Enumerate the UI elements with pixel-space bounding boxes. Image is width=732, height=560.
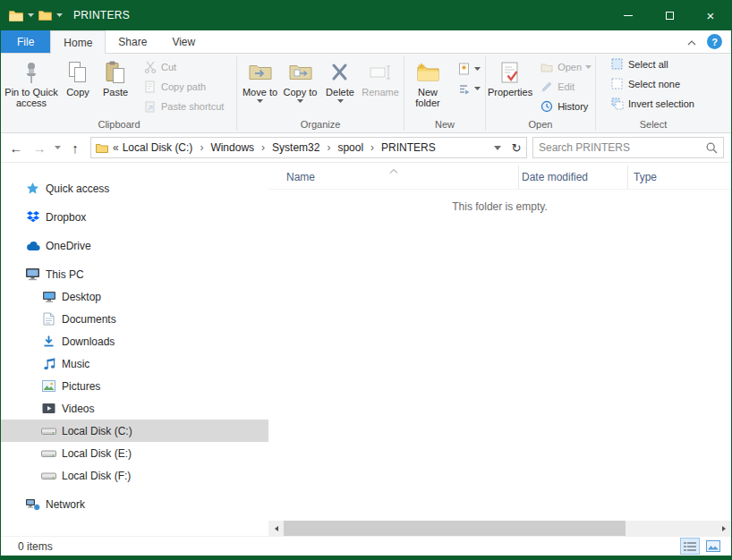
copy-to-button[interactable]: Copy to xyxy=(280,55,320,103)
breadcrumb-printers[interactable]: PRINTERS xyxy=(374,141,443,154)
sidebar-item-network[interactable]: Network xyxy=(1,493,268,515)
search-icon[interactable] xyxy=(701,142,723,154)
scrollbar-track[interactable] xyxy=(284,521,716,536)
pin-to-quick-access-button[interactable]: Pin to Quick access xyxy=(2,55,61,108)
titlebar: PRINTERS × xyxy=(1,0,731,30)
breadcrumb-system32[interactable]: System32 xyxy=(265,141,327,154)
copy-to-icon xyxy=(289,58,312,87)
sidebar-item-local-disk-f[interactable]: Local Disk (F:) xyxy=(1,464,268,487)
minimize-ribbon-icon[interactable] xyxy=(687,36,696,48)
select-none-label: Select none xyxy=(628,79,680,89)
tab-home[interactable]: Home xyxy=(50,30,106,54)
edit-button[interactable]: Edit xyxy=(536,77,595,97)
delete-button[interactable]: Delete xyxy=(320,55,360,103)
column-headers: Name Date modified Type xyxy=(268,165,731,190)
breadcrumb-windows[interactable]: Windows xyxy=(203,141,261,154)
forward-button[interactable]: → xyxy=(28,137,51,158)
easy-access-dropdown-icon xyxy=(474,87,481,90)
new-folder-button[interactable]: New folder xyxy=(406,55,449,108)
sidebar-item-local-disk-c[interactable]: Local Disk (C:) xyxy=(1,420,268,442)
download-arrow-icon xyxy=(41,335,56,349)
close-button[interactable]: × xyxy=(690,0,731,30)
column-header-date-modified[interactable]: Date modified xyxy=(519,165,628,189)
move-to-button[interactable]: Move to xyxy=(240,55,280,103)
large-icons-view-button[interactable] xyxy=(704,539,722,554)
sidebar-item-label: Music xyxy=(62,358,89,370)
sidebar-item-quick-access[interactable]: Quick access xyxy=(1,177,268,199)
sidebar-item-label: Local Disk (F:) xyxy=(62,470,131,482)
paste-button[interactable]: Paste xyxy=(95,55,136,98)
qat-dropdown-icon[interactable] xyxy=(28,13,34,17)
file-list-area: Name Date modified Type This folder is e… xyxy=(268,163,731,536)
sidebar-item-desktop[interactable]: Desktop xyxy=(1,285,268,308)
tab-view[interactable]: View xyxy=(159,30,208,53)
paste-shortcut-button[interactable]: Paste shortcut xyxy=(140,97,227,116)
scrollbar-thumb[interactable] xyxy=(284,521,626,536)
rename-label: Rename xyxy=(362,87,399,98)
address-bar[interactable]: « Local Disk (C:) › Windows › System32 ›… xyxy=(90,137,527,158)
item-count: 0 items xyxy=(18,540,53,553)
large-icons-view-icon xyxy=(706,540,720,552)
sidebar-item-music[interactable]: Music xyxy=(1,352,268,375)
breadcrumb-spool[interactable]: spool xyxy=(330,141,370,154)
breadcrumb-local-disk-c[interactable]: Local Disk (C:) xyxy=(119,141,200,154)
search-input[interactable] xyxy=(533,141,701,154)
recent-locations-button[interactable] xyxy=(51,137,64,158)
dropbox-icon xyxy=(25,210,40,225)
address-dropdown-button[interactable] xyxy=(489,138,506,157)
copy-label: Copy xyxy=(66,87,89,98)
refresh-button[interactable]: ↻ xyxy=(506,138,526,157)
column-header-type[interactable]: Type xyxy=(628,165,718,189)
breadcrumb-overflow[interactable]: « xyxy=(111,141,119,154)
help-icon[interactable]: ? xyxy=(707,34,722,49)
copy-path-button[interactable]: Copy path xyxy=(140,77,227,97)
sidebar-item-local-disk-e[interactable]: Local Disk (E:) xyxy=(1,442,268,464)
back-button[interactable]: ← xyxy=(4,137,28,158)
scroll-left-button[interactable] xyxy=(268,521,284,536)
pin-to-quick-access-label: Pin to Quick access xyxy=(2,87,61,108)
history-button[interactable]: History xyxy=(536,97,595,116)
select-none-button[interactable]: Select none xyxy=(607,74,684,94)
sidebar-item-dropbox[interactable]: Dropbox xyxy=(1,206,268,228)
delete-label: Delete xyxy=(326,87,354,98)
minimize-button[interactable] xyxy=(608,0,649,30)
sidebar-item-this-pc[interactable]: This PC xyxy=(1,263,268,285)
details-view-button[interactable] xyxy=(681,539,699,554)
sidebar-item-videos[interactable]: Videos xyxy=(1,397,268,420)
caption-buttons: × xyxy=(608,0,731,30)
tab-share[interactable]: Share xyxy=(106,30,159,53)
history-label: History xyxy=(558,101,588,112)
ribbon-group-select: Select all Select none Invert selection … xyxy=(596,55,711,132)
qat-folder-icon[interactable] xyxy=(38,10,52,21)
new-item-icon xyxy=(456,62,471,76)
sidebar-item-pictures[interactable]: Pictures xyxy=(1,375,268,397)
sidebar-item-downloads[interactable]: Downloads xyxy=(1,330,268,352)
sidebar-item-documents[interactable]: Documents xyxy=(1,308,268,330)
invert-selection-button[interactable]: Invert selection xyxy=(607,94,698,114)
qat-customize-icon[interactable] xyxy=(56,13,63,17)
properties-button[interactable]: Properties xyxy=(488,55,532,98)
select-none-icon xyxy=(610,77,625,91)
copy-to-dropdown-icon xyxy=(297,99,303,103)
scroll-right-button[interactable] xyxy=(716,521,731,536)
new-item-button[interactable] xyxy=(453,59,484,79)
ribbon-group-organize: Move to Copy to Delete Rename xyxy=(237,55,404,132)
tab-file[interactable]: File xyxy=(1,30,50,53)
video-icon xyxy=(41,402,56,416)
cut-button[interactable]: Cut xyxy=(140,57,227,77)
sidebar-item-label: Dropbox xyxy=(46,211,86,224)
window-folder-icon xyxy=(9,10,23,21)
sidebar-item-onedrive[interactable]: OneDrive xyxy=(1,234,268,257)
star-icon xyxy=(25,182,40,196)
easy-access-button[interactable] xyxy=(453,79,484,98)
ribbon-group-clipboard: Pin to Quick access Copy Paste Cut xyxy=(2,55,236,132)
document-icon xyxy=(41,312,56,327)
ribbon-tab-strip: File Home Share View ? xyxy=(1,30,731,53)
rename-button[interactable]: Rename xyxy=(360,55,401,98)
select-all-button[interactable]: Select all xyxy=(607,55,672,74)
open-button[interactable]: Open xyxy=(536,57,595,77)
copy-button[interactable]: Copy xyxy=(61,55,95,98)
up-button[interactable]: ↑ xyxy=(64,137,87,158)
computer-icon xyxy=(25,267,40,282)
maximize-button[interactable] xyxy=(649,0,690,30)
